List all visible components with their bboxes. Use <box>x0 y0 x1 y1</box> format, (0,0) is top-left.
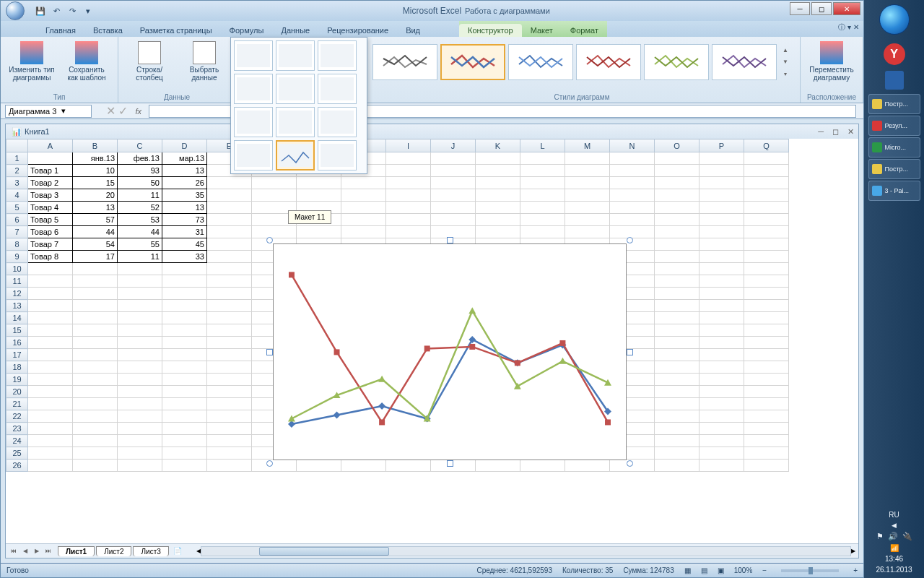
cell-P8[interactable] <box>699 238 744 251</box>
cell-B25[interactable] <box>73 447 118 460</box>
cell-O15[interactable] <box>655 324 699 337</box>
cell-A22[interactable] <box>28 410 73 423</box>
cell-A9[interactable]: Товар 8 <box>28 251 73 263</box>
tab-home[interactable]: Главная <box>37 24 84 37</box>
cell-B15[interactable] <box>73 324 118 337</box>
cell-N5[interactable] <box>610 202 655 214</box>
cell-E11[interactable] <box>207 275 252 288</box>
tray-volume-icon[interactable]: 🔊 <box>888 532 898 541</box>
cell-C1[interactable]: фев.13 <box>118 152 162 165</box>
cell-P10[interactable] <box>699 263 744 275</box>
layout-11[interactable] <box>276 140 315 171</box>
fx-icon[interactable]: fx <box>135 107 141 116</box>
cell-Q21[interactable] <box>744 398 789 410</box>
cell-A3[interactable]: Товар 2 <box>28 177 73 189</box>
layout-9[interactable] <box>318 107 357 137</box>
cell-O19[interactable] <box>655 374 699 386</box>
cell-D12[interactable] <box>162 288 207 300</box>
wb-close-icon[interactable]: ✕ <box>847 127 854 137</box>
cell-O3[interactable] <box>655 177 699 189</box>
cell-L5[interactable] <box>520 202 565 214</box>
cell-Q6[interactable] <box>744 214 789 226</box>
sheet-first-icon[interactable]: ⏮ <box>9 546 19 556</box>
cell-D14[interactable] <box>162 312 207 324</box>
zoom-in-icon[interactable]: + <box>853 566 858 574</box>
cell-K3[interactable] <box>476 177 520 189</box>
view-normal-icon[interactable]: ▦ <box>684 566 691 574</box>
sheet-tab-1[interactable]: Лист1 <box>58 546 95 556</box>
cell-K6[interactable] <box>476 214 520 226</box>
cell-C14[interactable] <box>118 312 162 324</box>
cell-C11[interactable] <box>118 275 162 288</box>
cell-D13[interactable] <box>162 300 207 312</box>
cell-D9[interactable]: 33 <box>162 251 207 263</box>
cell-E18[interactable] <box>207 361 252 374</box>
layout-2[interactable] <box>276 40 315 71</box>
cell-Q11[interactable] <box>744 275 789 288</box>
cell-D26[interactable] <box>162 460 207 472</box>
cell-A19[interactable] <box>28 374 73 386</box>
cell-P26[interactable] <box>699 460 744 472</box>
cell-B17[interactable] <box>73 349 118 361</box>
cell-A21[interactable] <box>28 398 73 410</box>
cell-C21[interactable] <box>118 398 162 410</box>
cell-I3[interactable] <box>386 177 431 189</box>
cell-P18[interactable] <box>699 361 744 374</box>
cell-D11[interactable] <box>162 275 207 288</box>
cell-E21[interactable] <box>207 398 252 410</box>
cell-E7[interactable] <box>207 226 252 238</box>
cell-E8[interactable] <box>207 238 252 251</box>
cell-M7[interactable] <box>565 226 610 238</box>
tray-expand-icon[interactable]: ◀ <box>892 522 897 529</box>
cell-Q12[interactable] <box>744 288 789 300</box>
yandex-icon[interactable]: Y <box>884 43 905 65</box>
cell-F4[interactable] <box>252 189 297 202</box>
cell-A18[interactable] <box>28 361 73 374</box>
cell-O13[interactable] <box>655 300 699 312</box>
ribbon-help-icon[interactable]: ⓘ ▾ ✕ <box>838 22 859 33</box>
cell-O20[interactable] <box>655 386 699 398</box>
cell-Q13[interactable] <box>744 300 789 312</box>
cell-B13[interactable] <box>73 300 118 312</box>
cell-N4[interactable] <box>610 189 655 202</box>
cell-B16[interactable] <box>73 337 118 349</box>
cell-D2[interactable]: 13 <box>162 165 207 177</box>
tab-layout[interactable]: Макет <box>522 24 562 37</box>
cell-O21[interactable] <box>655 398 699 410</box>
cell-E12[interactable] <box>207 288 252 300</box>
cell-P19[interactable] <box>699 374 744 386</box>
cell-I4[interactable] <box>386 189 431 202</box>
cell-E25[interactable] <box>207 447 252 460</box>
sheet-next-icon[interactable]: ▶ <box>32 546 42 556</box>
cell-B23[interactable] <box>73 423 118 435</box>
cell-D21[interactable] <box>162 398 207 410</box>
cell-P3[interactable] <box>699 177 744 189</box>
cell-A14[interactable] <box>28 312 73 324</box>
layout-5[interactable] <box>276 74 315 104</box>
cell-A10[interactable] <box>28 263 73 275</box>
cell-I1[interactable] <box>386 152 431 165</box>
cell-B20[interactable] <box>73 386 118 398</box>
cell-P11[interactable] <box>699 275 744 288</box>
cell-F7[interactable] <box>252 226 297 238</box>
layout-10[interactable] <box>234 140 273 171</box>
cell-A11[interactable] <box>28 275 73 288</box>
cell-I6[interactable] <box>386 214 431 226</box>
layout-6[interactable] <box>318 74 357 104</box>
cell-B10[interactable] <box>73 263 118 275</box>
cell-B22[interactable] <box>73 410 118 423</box>
cell-B24[interactable] <box>73 435 118 447</box>
cell-N6[interactable] <box>610 214 655 226</box>
cell-Q22[interactable] <box>744 410 789 423</box>
cell-N3[interactable] <box>610 177 655 189</box>
cell-E20[interactable] <box>207 386 252 398</box>
cell-D5[interactable]: 13 <box>162 202 207 214</box>
cell-A16[interactable] <box>28 337 73 349</box>
cell-P1[interactable] <box>699 152 744 165</box>
cell-O2[interactable] <box>655 165 699 177</box>
cell-Q15[interactable] <box>744 324 789 337</box>
cell-C4[interactable]: 11 <box>118 189 162 202</box>
cell-O7[interactable] <box>655 226 699 238</box>
cell-E6[interactable] <box>207 214 252 226</box>
redo-icon[interactable]: ↷ <box>66 4 79 17</box>
